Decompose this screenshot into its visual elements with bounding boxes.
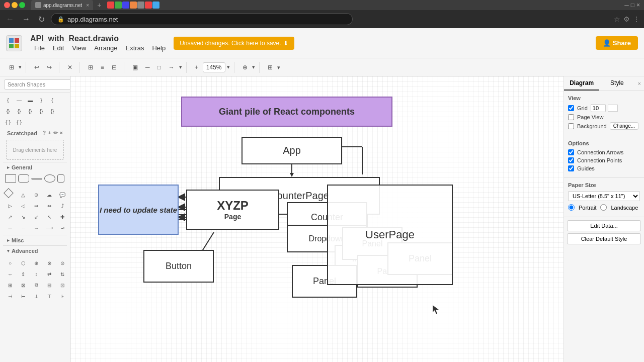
adv-17[interactable]: ⊢	[18, 291, 28, 301]
connector-btn[interactable]: →	[166, 62, 178, 73]
align-center-btn[interactable]: ≡	[98, 62, 107, 73]
shape-brace4[interactable]: {}	[25, 106, 35, 116]
shape-brace2[interactable]: {}	[3, 106, 13, 116]
address-bar[interactable]: 🔒 app.diagrams.net	[51, 13, 353, 25]
conn-points-checkbox[interactable]	[568, 157, 574, 163]
adv-7[interactable]: ⇕	[18, 269, 28, 279]
search-shapes-input[interactable]	[4, 79, 70, 89]
gen-line[interactable]	[31, 178, 42, 189]
line-btn[interactable]: ─	[142, 62, 153, 73]
menu-edit[interactable]: Edit	[53, 44, 64, 52]
adv-14[interactable]: ⊟	[44, 280, 54, 290]
conn-arrows-checkbox[interactable]	[568, 149, 574, 155]
gen-line5[interactable]: ⤻	[57, 223, 67, 233]
scratchpad-drop-area[interactable]: Drag elements here	[6, 140, 64, 160]
gen-arr5[interactable]: ⤴	[57, 201, 67, 211]
gen-arr3[interactable]: ⇒	[31, 201, 41, 211]
guides-checkbox[interactable]	[568, 165, 574, 171]
new-tab-btn[interactable]: +	[94, 0, 104, 10]
section-general[interactable]: ▸ General	[3, 162, 67, 172]
adv-8[interactable]: ↕	[31, 269, 41, 279]
gen-line4[interactable]: ⟶	[44, 223, 54, 233]
reload-btn[interactable]: ↻	[36, 14, 47, 25]
back-btn[interactable]: ←	[4, 14, 16, 25]
minimize-btn[interactable]: ─	[624, 2, 629, 9]
i-need-to-box[interactable]: I need to update state	[98, 185, 179, 235]
gen-rounded[interactable]	[18, 174, 29, 183]
undo-btn[interactable]: ↩	[31, 62, 42, 73]
table-btn[interactable]: ⊞	[265, 62, 276, 73]
gen-cyl[interactable]: ⊙	[31, 190, 41, 200]
gen-arr6[interactable]: ↗	[5, 212, 15, 222]
user-page-box[interactable]: UserPage	[327, 185, 453, 285]
redo-btn[interactable]: ↪	[44, 62, 55, 73]
gen-diamond[interactable]	[4, 188, 14, 198]
adv-16[interactable]: ⊣	[5, 291, 15, 301]
shape-btn[interactable]: □	[154, 62, 164, 73]
fill-btn[interactable]: ▣	[129, 62, 141, 73]
gen-ellipse[interactable]	[44, 174, 55, 183]
extensions-icon[interactable]: ⚙	[623, 15, 630, 23]
menu-extras[interactable]: Extras	[126, 44, 144, 52]
format-btn[interactable]: ⊞	[6, 62, 17, 73]
tab-diagram[interactable]: Diagram	[564, 76, 599, 90]
adv-10[interactable]: ⇅	[57, 269, 67, 279]
align-right-btn[interactable]: ⊟	[109, 62, 120, 73]
gen-rect[interactable]	[5, 174, 16, 183]
gen-arr9[interactable]: ↖	[44, 212, 54, 222]
adv-3[interactable]: ⊕	[31, 258, 41, 268]
menu-view[interactable]: View	[72, 44, 86, 52]
shape-brace-close[interactable]: }	[36, 95, 46, 105]
menu-icon[interactable]: ⋮	[633, 15, 640, 23]
gen-arr4[interactable]: ⇔	[44, 201, 54, 211]
tab-style[interactable]: Style	[599, 76, 634, 90]
gen-arrow-l[interactable]: ◁	[18, 201, 28, 211]
shape-rect-sm[interactable]: ▬	[25, 95, 35, 105]
change-btn[interactable]: Change...	[610, 122, 638, 130]
gen-arr7[interactable]: ↘	[18, 212, 28, 222]
gen-cloud[interactable]: ☁	[44, 190, 54, 200]
gen-callout[interactable]: 💬	[57, 190, 67, 200]
menu-arrange[interactable]: Arrange	[94, 44, 117, 52]
menu-help[interactable]: Help	[152, 44, 166, 52]
bookmark-icon[interactable]: ☆	[614, 15, 620, 23]
grid-value-input[interactable]	[591, 104, 606, 112]
shape-brace3[interactable]: {}	[14, 106, 24, 116]
shape-brace-open[interactable]: {	[3, 95, 13, 105]
adv-18[interactable]: ⊥	[31, 291, 41, 301]
close-btn[interactable]: ×	[636, 2, 640, 9]
shape-empty1[interactable]: { }	[3, 117, 13, 127]
gen-arrow-r[interactable]: ▷	[5, 201, 15, 211]
giant-pile-box[interactable]: Giant pile of React components	[181, 97, 392, 127]
adv-4[interactable]: ⊗	[44, 258, 54, 268]
shape-brace5[interactable]: {}	[36, 106, 46, 116]
gen-cross[interactable]: ✚	[57, 212, 67, 222]
gen-triangle[interactable]: △	[18, 190, 28, 200]
shape-dash[interactable]: —	[14, 95, 24, 105]
gen-line1[interactable]: ─	[5, 223, 15, 233]
adv-9[interactable]: ⇄	[44, 269, 54, 279]
adv-6[interactable]: ↔	[5, 269, 15, 279]
xyzp-box[interactable]: XYZP Page	[186, 190, 279, 230]
grid-checkbox[interactable]	[568, 105, 574, 111]
active-tab[interactable]: app.diagrams.net ×	[31, 0, 93, 10]
insert-btn[interactable]: ⊕	[239, 62, 251, 73]
paper-size-select[interactable]: US-Letter (8.5" x 11")	[568, 191, 640, 201]
section-misc[interactable]: ▸ Misc	[3, 235, 67, 245]
adv-12[interactable]: ⊠	[18, 280, 28, 290]
panel-close-btn[interactable]: ×	[635, 77, 644, 89]
portrait-radio[interactable]	[568, 204, 575, 211]
landscape-radio[interactable]	[600, 204, 607, 211]
scratchpad-close[interactable]: ×	[60, 130, 63, 136]
shape-brace6[interactable]: {}	[47, 106, 57, 116]
adv-20[interactable]: ⊦	[57, 291, 67, 301]
align-left-btn[interactable]: ⊞	[85, 62, 96, 73]
delete-btn[interactable]: ✕	[64, 62, 75, 73]
edit-data-btn[interactable]: Edit Data...	[567, 220, 641, 231]
gen-shape5[interactable]	[57, 174, 64, 183]
forward-btn[interactable]: →	[20, 14, 32, 25]
canvas-area[interactable]: Giant pile of React components App Count…	[70, 76, 564, 362]
button-box[interactable]: Button	[143, 250, 214, 283]
shape-empty2[interactable]: { }	[14, 117, 24, 127]
scratchpad-help[interactable]: ?	[42, 130, 46, 136]
